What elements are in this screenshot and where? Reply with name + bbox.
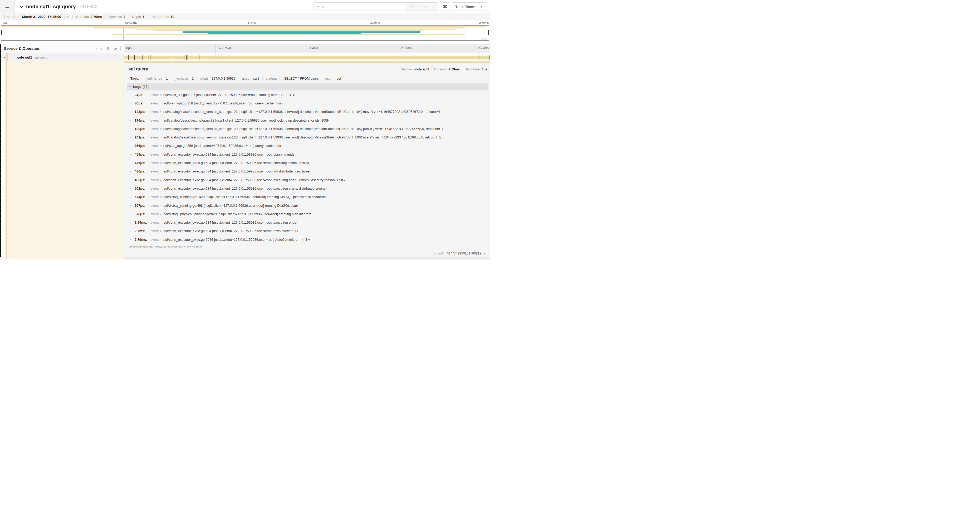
stat-divider [129, 15, 129, 18]
log-row[interactable]: ›2.79ms:event=‹sql/conn_executor_exec.go… [127, 235, 488, 244]
stat-divider [72, 15, 73, 18]
log-expand-chevron-icon[interactable]: › [130, 212, 132, 216]
minimap-left-drag-handle[interactable] [1, 30, 2, 35]
tag-item[interactable]: statement=SELECT * FROM users [262, 77, 322, 80]
expand-all-icon[interactable]: ≫ [113, 46, 118, 51]
log-expand-chevron-icon[interactable]: › [130, 187, 132, 190]
log-expand-chevron-icon[interactable]: › [130, 221, 132, 224]
clear-search-icon[interactable]: × [430, 5, 437, 9]
deep-link-icon[interactable] [483, 252, 487, 255]
tag-value: 127.0.0.1:59936 [212, 77, 235, 80]
log-expand-chevron-icon[interactable]: › [130, 238, 132, 241]
log-event: event=‹sql/exec_util.go:2297 [nsql1,clie… [150, 93, 296, 97]
tag-item[interactable]: client=127.0.0.1:59936 [197, 77, 239, 80]
summary-divider [431, 68, 432, 71]
log-expand-chevron-icon[interactable]: › [130, 195, 132, 199]
log-row[interactable]: ›80μs:event=‹sql/plan_opt.go:358 [nsql1,… [127, 99, 488, 107]
log-row[interactable]: ›574μs:event=‹sql/distsql_running.go:142… [127, 193, 488, 201]
log-row[interactable]: ›176μs:event=‹sql/catalog/descs/descript… [127, 116, 488, 125]
log-event-value: ‹sql/exec_util.go:2297 [nsql1,client=127… [162, 93, 296, 97]
log-event-equals: = [160, 179, 161, 182]
log-timestamp: 366μs: [135, 144, 148, 148]
log-expand-chevron-icon[interactable]: › [130, 152, 132, 156]
log-row[interactable]: ›34μs:event=‹sql/exec_util.go:2297 [nsql… [127, 91, 488, 99]
log-event-equals: = [160, 93, 161, 96]
tag-value: 1 [166, 77, 168, 80]
keyboard-shortcuts-button[interactable]: ⌘ [440, 2, 450, 11]
tags-row[interactable]: › Tags: _unfinished=1_verbose=1client=12… [124, 74, 490, 82]
log-row[interactable]: ›459μs:event=‹sql/conn_executor_exec.go:… [127, 150, 488, 158]
log-row[interactable]: ›486μs:event=‹sql/conn_executor_exec.go:… [127, 167, 488, 176]
span-duration-bar[interactable] [124, 56, 490, 59]
log-event-key: event [150, 101, 159, 105]
log-row[interactable]: ›678μs:event=‹sql/distsql_physical_plann… [127, 210, 488, 218]
collapse-one-icon[interactable]: › [95, 48, 99, 49]
prev-result-icon[interactable]: ∧ [415, 5, 422, 9]
minimap-right-drag-handle[interactable] [488, 30, 489, 35]
log-row[interactable]: ›201μs:event=‹sql/catalog/lease/descript… [127, 133, 488, 141]
stat-value: 2 [123, 15, 125, 19]
log-expand-chevron-icon[interactable]: › [130, 178, 132, 182]
logs-collapse-chevron-icon[interactable]: › [128, 86, 132, 87]
log-row[interactable]: ›2.7ms:event=‹sql/conn_executor_exec.go:… [127, 227, 488, 235]
log-event-key: event [150, 93, 159, 97]
log-expand-chevron-icon[interactable]: › [130, 169, 132, 173]
log-row[interactable]: ›495μs:event=‹sql/conn_executor_exec.go:… [127, 176, 488, 184]
tags-expand-chevron-icon[interactable]: › [127, 77, 128, 80]
expand-one-icon[interactable]: › [101, 46, 102, 51]
span-id-row: SpanID: 4877749850101760812 [124, 250, 490, 257]
trace-id: 7418682 [79, 4, 97, 10]
span-row-service[interactable]: › node sql1 sql query [1, 53, 124, 61]
log-row[interactable]: ›476μs:event=‹sql/conn_executor_exec.go:… [127, 158, 488, 167]
trace-minimap: 0μs697.75μs1.4ms2.09ms2.79ms [0, 21, 490, 41]
tag-item[interactable]: _unfinished=1 [142, 77, 171, 80]
log-expand-chevron-icon[interactable]: › [130, 229, 132, 233]
log-row[interactable]: ›366μs:event=‹sql/plan_opt.go:358 [nsql1… [127, 142, 488, 150]
log-expand-chevron-icon[interactable]: › [130, 101, 132, 105]
trace-view-select[interactable]: Trace Timeline ∨ [452, 2, 486, 11]
log-event-equals: = [160, 221, 161, 224]
tag-item[interactable]: node=sql1 [239, 77, 262, 80]
back-button[interactable]: ← [0, 0, 15, 13]
stat-depth: Depth6 [132, 15, 145, 19]
tag-item[interactable]: _verbose=1 [171, 77, 197, 80]
log-expand-chevron-icon[interactable]: › [130, 110, 132, 114]
log-expand-chevron-icon[interactable]: › [130, 144, 132, 148]
collapse-all-icon[interactable]: ≫ [106, 46, 110, 50]
stat-value: 6 [143, 15, 144, 19]
span-row-timeline[interactable] [124, 53, 490, 61]
log-row[interactable]: ›2.69ms:event=‹sql/conn_executor_exec.go… [127, 218, 488, 227]
log-expand-chevron-icon[interactable]: › [130, 161, 132, 165]
log-event-key: event [150, 229, 159, 233]
find-input[interactable] [314, 3, 406, 10]
log-row[interactable]: ›142μs:event=‹sql/catalog/lease/descript… [127, 108, 488, 116]
log-marker-tick [478, 55, 479, 60]
log-expand-chevron-icon[interactable]: › [130, 136, 132, 139]
tag-key: node [242, 77, 250, 80]
log-timestamp: 201μs: [135, 135, 148, 139]
stat-value: 10 [171, 15, 174, 19]
log-event-equals: = [160, 230, 161, 233]
column-resizer-handle[interactable] [120, 46, 123, 51]
collapse-trace-chevron-icon[interactable] [19, 5, 24, 8]
log-row[interactable]: ›597μs:event=‹sql/distsql_running.go:498… [127, 201, 488, 210]
log-timestamp: 142μs: [135, 110, 148, 114]
tag-value: root [336, 77, 341, 80]
logs-header[interactable]: › Logs (18) [127, 83, 488, 91]
log-expand-chevron-icon[interactable]: › [130, 118, 132, 122]
stat-divider [105, 15, 106, 18]
log-event-value: ‹sql/conn_executor_exec.go:2046 [nsql1,c… [162, 238, 310, 241]
log-marker-tick [489, 55, 490, 60]
log-expand-chevron-icon[interactable]: › [130, 93, 132, 96]
service-name: node sql1 [16, 55, 32, 59]
log-expand-chevron-icon[interactable]: › [130, 204, 132, 207]
log-timestamp: 495μs: [135, 178, 148, 182]
minimap-span-bar [183, 31, 420, 33]
log-row[interactable]: ›502μs:event=‹sql/conn_executor_exec.go:… [127, 184, 488, 193]
minimap-canvas[interactable] [1, 25, 489, 41]
next-result-icon[interactable]: ∨ [422, 5, 430, 9]
tag-item[interactable]: user=root [322, 77, 344, 80]
log-row[interactable]: ›189μs:event=‹sql/catalog/lease/descript… [127, 125, 488, 133]
log-expand-chevron-icon[interactable]: › [130, 127, 132, 131]
focus-match-icon[interactable]: ◎ [407, 5, 415, 9]
